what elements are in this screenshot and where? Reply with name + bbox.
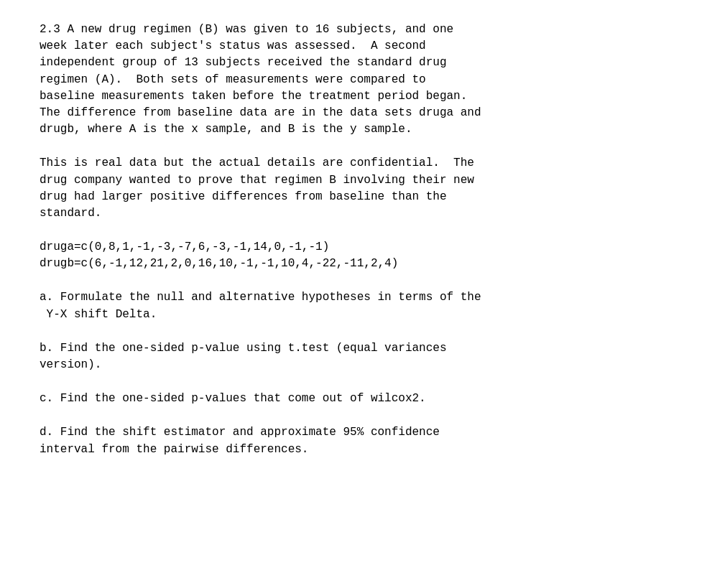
intro-paragraph: 2.3 A new drug regimen (B) was given to … (40, 22, 666, 138)
main-content: 2.3 A new drug regimen (B) was given to … (40, 22, 666, 458)
question-b-paragraph: b. Find the one-sided p-value using t.te… (40, 340, 666, 373)
question-c-paragraph: c. Find the one-sided p-values that come… (40, 391, 666, 407)
question-b-text: b. Find the one-sided p-value using t.te… (40, 340, 666, 373)
question-a-text: a. Formulate the null and alternative hy… (40, 289, 666, 322)
question-c-text: c. Find the one-sided p-values that come… (40, 391, 666, 407)
question-d-text: d. Find the shift estimator and approxim… (40, 424, 666, 457)
data-text: druga=c(0,8,1,-1,-3,-7,6,-3,-1,14,0,-1,-… (40, 239, 666, 272)
question-d-paragraph: d. Find the shift estimator and approxim… (40, 424, 666, 457)
question-a-paragraph: a. Formulate the null and alternative hy… (40, 289, 666, 322)
data-paragraph: druga=c(0,8,1,-1,-3,-7,6,-3,-1,14,0,-1,-… (40, 239, 666, 272)
intro-text: 2.3 A new drug regimen (B) was given to … (40, 22, 666, 138)
context-text: This is real data but the actual details… (40, 155, 666, 222)
context-paragraph: This is real data but the actual details… (40, 155, 666, 222)
